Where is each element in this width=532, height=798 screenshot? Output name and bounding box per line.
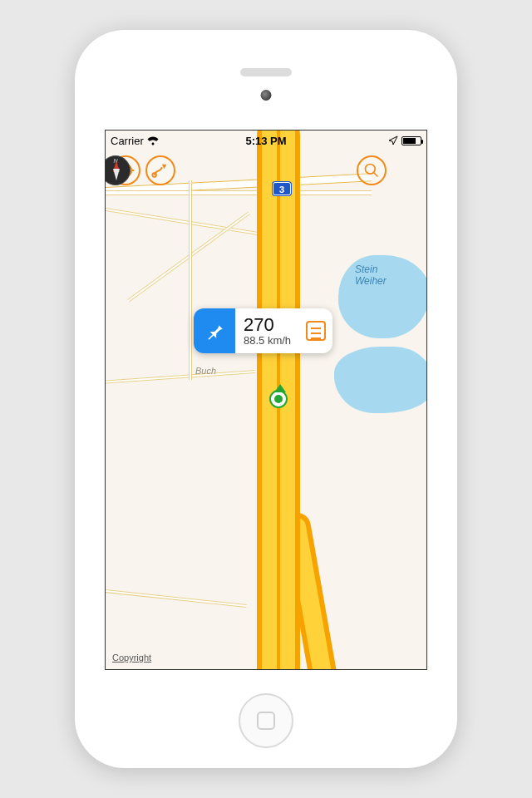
search-button[interactable] [357, 155, 387, 185]
route-shield: 3 [273, 182, 291, 195]
copyright-link[interactable]: Copyright [112, 653, 151, 663]
water-label: Stein Weiher [355, 264, 387, 287]
lake-shape [334, 347, 427, 413]
pin-button[interactable] [194, 308, 235, 353]
home-button[interactable] [239, 693, 293, 748]
road [105, 370, 255, 385]
list-icon [306, 321, 326, 341]
track-button[interactable] [145, 155, 175, 185]
current-location-marker[interactable] [269, 390, 288, 408]
speed-value: 88.5 km/h [244, 335, 291, 347]
phone-camera [261, 90, 272, 101]
svg-point-3 [366, 165, 376, 175]
home-icon [257, 712, 275, 730]
wifi-icon [147, 136, 159, 145]
status-bar: Carrier 5:13 PM [106, 131, 426, 150]
road-label-buch: Buch [195, 366, 216, 376]
list-button[interactable] [299, 308, 332, 353]
water-label-line1: Stein [355, 264, 377, 275]
clock-label: 5:13 PM [245, 135, 286, 147]
info-text: 270 88.5 km/h [235, 312, 299, 350]
heading-arrow-icon [274, 384, 286, 392]
search-icon [363, 162, 380, 179]
route-number: 3 [279, 185, 284, 195]
location-services-icon [388, 135, 398, 145]
panel-tail [272, 352, 287, 353]
svg-point-2 [152, 173, 156, 177]
water-label-line2: Weiher [355, 275, 387, 287]
location-dot-icon [274, 395, 283, 403]
app-screen: Stein Weiher Buch 3 [105, 130, 427, 670]
route-icon [151, 161, 170, 180]
road [105, 190, 372, 195]
compass-needle-icon [113, 169, 120, 180]
heading-value: 270 [244, 315, 291, 335]
pin-icon [204, 320, 225, 342]
battery-icon [401, 136, 421, 145]
road [189, 180, 192, 380]
info-panel: 270 88.5 km/h [194, 308, 332, 353]
road [105, 588, 247, 608]
carrier-label: Carrier [111, 135, 144, 147]
phone-speaker [240, 68, 292, 76]
phone-frame: Stein Weiher Buch 3 [75, 30, 457, 768]
map-view[interactable]: Stein Weiher Buch 3 [106, 131, 426, 669]
